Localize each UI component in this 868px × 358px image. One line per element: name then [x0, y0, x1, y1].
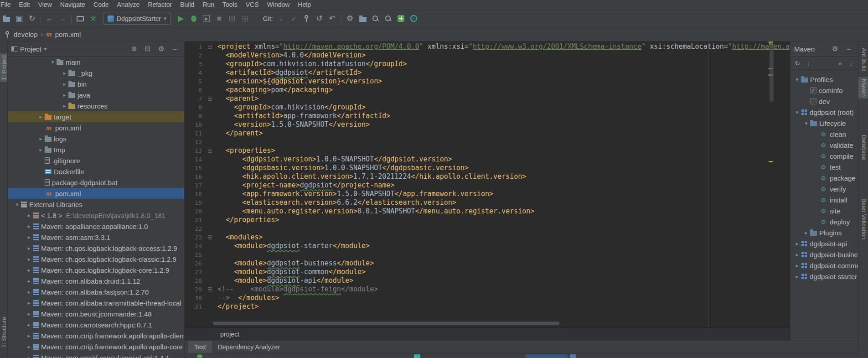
tree-item-dgdpsiot-business[interactable]: ▸dgdpsiot-business	[790, 249, 858, 260]
menu-item-tools[interactable]: Tools	[218, 0, 242, 10]
run-with-coverage-icon[interactable]: ▶	[200, 13, 213, 25]
menu-item-run[interactable]: Run	[198, 0, 218, 10]
checkbox-dev[interactable]	[810, 98, 816, 104]
tree-item-install[interactable]: ⚙install	[790, 194, 858, 205]
tree-arrow-icon[interactable]: ▾	[802, 120, 810, 126]
profiler-icon[interactable]	[226, 13, 238, 25]
tree-arrow-icon[interactable]: ▾	[49, 59, 57, 65]
teal-button[interactable]	[414, 354, 420, 358]
tree-arrow-icon[interactable]: ▸	[25, 344, 33, 350]
gear-icon[interactable]: ⚙	[156, 45, 167, 53]
tree-arrow-icon[interactable]: ▸	[25, 355, 33, 358]
tree-item-test[interactable]: ⚙test	[790, 161, 858, 172]
settings-wrench-icon[interactable]: ⚙	[344, 13, 356, 25]
tree-item-deploy[interactable]: ⚙deploy	[790, 216, 858, 227]
vertical-scrollbar[interactable]	[770, 42, 774, 102]
tree-item-maven-ch-qos-logback-logback-classic-1-2-9[interactable]: ▸Maven: ch.qos.logback:logback-classic:1…	[8, 254, 184, 265]
stop-icon[interactable]: ■	[213, 13, 226, 25]
blue-button[interactable]	[526, 354, 568, 358]
toolwindow-button-1-project[interactable]: 1: Project	[0, 53, 8, 82]
toolwindow-button-database[interactable]: Database	[858, 133, 868, 162]
horizontal-scrollbar[interactable]	[213, 322, 559, 325]
menu-item-edit[interactable]: Edit	[15, 0, 34, 10]
tree-arrow-icon[interactable]: ▸	[25, 300, 33, 306]
tree-arrow-icon[interactable]: ▸	[25, 322, 33, 328]
tree-item-target[interactable]: ▸target	[8, 111, 184, 122]
history-icon[interactable]: ↺	[313, 13, 326, 25]
tree-item-pom-xml[interactable]: mpom.xml	[8, 122, 184, 133]
tree-item-package-dgdpsiot-bat[interactable]: package-dgdpsiot.bat	[8, 177, 184, 188]
tree-arrow-icon[interactable]: ▸	[25, 311, 33, 317]
tree-arrow-icon[interactable]: ▸	[25, 333, 33, 339]
menu-item-vcs[interactable]: VCS	[242, 0, 263, 10]
maven-download-sources-icon[interactable]: ↓	[803, 58, 813, 68]
tree-arrow-icon[interactable]: ▸	[61, 81, 68, 87]
breadcrumb-file[interactable]: pom.xml	[55, 31, 81, 38]
tree-item-maven-com-carrotsearch-hppc-0-7-1[interactable]: ▸Maven: com.carrotsearch:hppc:0.7.1	[8, 319, 184, 330]
tree-item-main[interactable]: ▾main	[8, 57, 184, 67]
tree-item-dgdpsiot-root[interactable]: ▾dgdpsiot (root)	[790, 107, 858, 118]
menu-item-refactor[interactable]: Refactor	[144, 0, 176, 10]
tree-item-site[interactable]: ⚙site	[790, 205, 858, 216]
tree-item-java[interactable]: ▸java	[8, 89, 184, 100]
run-icon[interactable]	[197, 354, 202, 358]
tree-item-maven-com-alibaba-fastjson-1-2-70[interactable]: ▸Maven: com.alibaba:fastjson:1.2.70	[8, 286, 184, 297]
gear-icon[interactable]: ⚙	[830, 45, 841, 53]
tree-item-dgdpsiot-api[interactable]: ▸dgdpsiot-api	[790, 238, 858, 249]
tree-item-pkg[interactable]: ▸_pkg	[8, 67, 184, 78]
tree-arrow-icon[interactable]: ▸	[25, 256, 33, 262]
tab-text[interactable]: Text	[188, 341, 212, 353]
menu-item-code[interactable]: Code	[89, 0, 113, 10]
tree-arrow-icon[interactable]: ▸	[25, 223, 33, 229]
tree-item-compile[interactable]: ⚙compile	[790, 150, 858, 161]
check-circle-icon[interactable]: ✓	[408, 13, 420, 25]
tree-arrow-icon[interactable]: ▸	[61, 92, 68, 98]
tree-item-logs[interactable]: ▸logs	[8, 133, 184, 144]
menu-item-window[interactable]: Window	[263, 0, 294, 10]
tree-item-1-8[interactable]: ▸< 1.8 >E:\developEnv\java\jdk1.8.0_181	[8, 210, 184, 221]
monitor-icon[interactable]	[74, 13, 87, 25]
tree-item-dgdpsiot-starter[interactable]: ▸dgdpsiot-starter	[790, 271, 858, 282]
tree-arrow-icon[interactable]: ▾	[793, 109, 801, 115]
more-actions-icon[interactable]: »	[835, 58, 845, 68]
tree-arrow-icon[interactable]: ▸	[793, 241, 801, 247]
save-icon[interactable]: ▣	[13, 13, 26, 25]
breadcrumb-branch[interactable]: develop	[14, 31, 38, 38]
toolwindow-button-maven[interactable]: Maven	[858, 77, 868, 99]
attach-debugger-icon[interactable]	[238, 13, 251, 25]
tree-arrow-icon[interactable]: ▸	[25, 245, 33, 251]
toolwindow-button-ant-build[interactable]: Ant Build	[858, 46, 868, 73]
breadcrumb-tag[interactable]: project	[220, 331, 239, 338]
tree-item-pom-xml[interactable]: mpom.xml	[8, 188, 184, 199]
tree-item-maven-asm-asm-3-3-1[interactable]: ▸Maven: asm:asm:3.3.1	[8, 232, 184, 243]
project-structure-icon[interactable]	[356, 13, 369, 25]
tree-arrow-icon[interactable]: ▸	[25, 267, 33, 273]
fold-icon[interactable]: −	[208, 235, 212, 239]
project-panel-title[interactable]: Project	[20, 45, 41, 53]
sync-icon[interactable]: ↻	[26, 13, 38, 25]
menu-item-view[interactable]: View	[34, 0, 56, 10]
checkbox-cominfo[interactable]: ✓	[810, 87, 816, 93]
tree-arrow-icon[interactable]: ▾	[13, 202, 21, 208]
tree-item-maven-com-beust-jcommander-1-48[interactable]: ▸Maven: com.beust:jcommander:1.48	[8, 308, 184, 319]
git-commit-icon[interactable]: ✓	[288, 13, 300, 25]
hide-panel-icon[interactable]: −	[170, 45, 181, 53]
git-update-icon[interactable]: ↓	[275, 13, 288, 25]
tree-item-bin[interactable]: ▸bin	[8, 78, 184, 89]
tree-arrow-icon[interactable]: ▸	[25, 278, 33, 284]
run-config-selector[interactable]: DdgpsiotStarter ▾	[103, 13, 171, 25]
tree-item-external-libraries[interactable]: ▾External Libraries	[8, 199, 184, 210]
tree-arrow-icon[interactable]: ▸	[37, 147, 45, 153]
fold-icon[interactable]: −	[208, 287, 212, 291]
collapse-all-icon[interactable]: ⊟	[142, 45, 153, 53]
maven-refresh-icon[interactable]: ↻	[792, 58, 802, 68]
toolwindow-button-7-structure[interactable]: 7: Structure	[0, 315, 8, 349]
menu-item-file[interactable]: File	[0, 0, 15, 10]
fold-icon[interactable]: −	[208, 149, 212, 153]
fold-icon[interactable]: −	[208, 97, 212, 101]
menu-item-build[interactable]: Build	[176, 0, 198, 10]
tree-item-dgdpsiot-common[interactable]: ▸dgdpsiot-common	[790, 260, 858, 271]
tree-item-tmp[interactable]: ▸tmp	[8, 144, 184, 155]
tree-item-profiles[interactable]: ▾Profiles	[790, 74, 858, 85]
menu-item-analyze[interactable]: Analyze	[113, 0, 144, 10]
